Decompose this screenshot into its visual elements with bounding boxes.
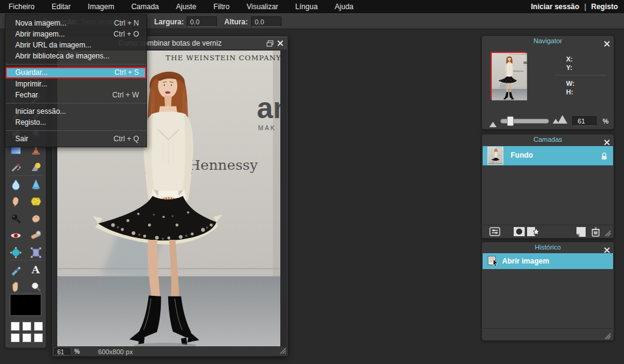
history-panel: Histórico Abrir imagem: [481, 242, 614, 341]
tool-color-picker[interactable]: [5, 261, 26, 278]
layer-styles-icon[interactable]: [527, 227, 539, 239]
tool-blur[interactable]: [5, 176, 26, 193]
lock-icon: [601, 152, 608, 163]
file-menu-item-iniciar-sessao[interactable]: Iniciar sessão...: [5, 106, 146, 117]
file-menu-item-nova-imagem[interactable]: Nova imagem...Ctrl + N: [5, 18, 146, 29]
tool-color-replace[interactable]: [5, 159, 26, 176]
tool-burn[interactable]: [26, 210, 46, 227]
history-footer: [482, 328, 614, 340]
delete-layer-icon[interactable]: [591, 227, 600, 239]
pixlr-editor: THE WEINSTEIN COMPANY am MAK Hennessy: [0, 0, 624, 364]
nav-w-label: W:: [566, 80, 575, 87]
tool-smudge[interactable]: [5, 193, 26, 210]
swatch-cell[interactable]: [23, 322, 31, 331]
menu-filtro[interactable]: Filtro: [205, 0, 238, 13]
swatch-cell[interactable]: [11, 334, 20, 342]
menu-editar[interactable]: Editar: [43, 0, 79, 13]
navigator-zoom-input[interactable]: 61: [572, 116, 597, 126]
menu-lingua[interactable]: Língua: [287, 0, 327, 13]
tool-drawing[interactable]: [26, 159, 46, 176]
navigator-thumbnail[interactable]: [491, 52, 526, 99]
main-color-swatch[interactable]: [10, 295, 41, 315]
nav-h-label: H:: [566, 88, 573, 96]
tool-pinch[interactable]: [26, 244, 46, 261]
history-title: Histórico: [482, 243, 614, 253]
file-menu-item-abrir-url[interactable]: Abrir URL da imagem...: [5, 40, 146, 51]
menu-camada[interactable]: Camada: [122, 0, 167, 13]
layer-name: Fundo: [511, 151, 533, 159]
canvas-size-text: 600x800 px: [98, 348, 133, 355]
layers-panel: Camadas Fundo: [481, 134, 614, 239]
image-window-statusbar: 61 % 600x800 px: [52, 346, 288, 356]
zoom-in-icon[interactable]: [553, 115, 567, 127]
swatch-cell[interactable]: [34, 322, 43, 331]
navigator-zoom-slider[interactable]: [500, 119, 549, 124]
menu-ajuda[interactable]: Ajuda: [326, 0, 362, 13]
tool-sponge[interactable]: [26, 193, 46, 210]
tool-group-separator: [9, 293, 42, 293]
close-navigator-icon[interactable]: [604, 38, 610, 44]
swatch-cell[interactable]: [11, 322, 20, 331]
red-eye-icon: [10, 229, 22, 242]
tool-dodge[interactable]: [5, 210, 26, 227]
layer-settings-icon[interactable]: [489, 227, 500, 239]
close-layers-icon[interactable]: [604, 137, 610, 143]
layer-mask-icon[interactable]: [514, 227, 525, 239]
file-menu-item-abrir-imagem[interactable]: Abrir imagem...Ctrl + O: [5, 29, 146, 40]
zoom-icon: [30, 281, 42, 293]
new-layer-icon[interactable]: [576, 227, 586, 239]
login-link[interactable]: Iniciar sessão: [531, 2, 579, 11]
pinch-icon: [30, 247, 42, 259]
tool-group-separator: [9, 175, 42, 176]
history-item-abrir-imagem[interactable]: Abrir imagem: [483, 253, 613, 269]
tool-group-separator: [9, 260, 42, 261]
zoom-out-icon[interactable]: [489, 119, 497, 130]
swatch-cell[interactable]: [23, 334, 31, 342]
nav-y-label: Y:: [566, 64, 572, 71]
tool-sharpen[interactable]: [26, 176, 46, 193]
canvas-zoom-percent: %: [74, 348, 80, 355]
menu-ajuste[interactable]: Ajuste: [168, 0, 205, 13]
bloat-icon: [10, 247, 22, 259]
history-item-label: Abrir imagem: [502, 257, 549, 265]
file-menu-item-sair[interactable]: SairCtrl + Q: [5, 133, 146, 144]
file-menu-item-registo[interactable]: Registo...: [5, 117, 146, 128]
width-input[interactable]: 0.0: [186, 16, 217, 27]
menu-separator: [5, 64, 146, 65]
login-register-divider: |: [584, 2, 586, 11]
restore-window-icon[interactable]: [266, 40, 274, 47]
file-menu-item-imprimir[interactable]: Imprimir...: [5, 79, 146, 89]
tool-heal[interactable]: [26, 227, 46, 244]
menu-visualizar[interactable]: Visualizar: [238, 0, 287, 13]
tool-type[interactable]: A: [26, 261, 46, 278]
close-window-icon[interactable]: [276, 40, 285, 47]
register-link[interactable]: Registo: [591, 2, 618, 11]
close-history-icon[interactable]: [604, 245, 610, 251]
file-menu-item-guardar[interactable]: Guardar...Ctrl + S: [5, 67, 146, 79]
file-menu-item-fechar[interactable]: FecharCtrl + W: [5, 89, 146, 100]
menu-separator: [5, 130, 146, 131]
swatch-cell[interactable]: [34, 334, 43, 342]
sharpen-cone-icon: [30, 178, 42, 191]
tool-red-eye[interactable]: [5, 227, 26, 244]
menu-ficheiro[interactable]: Ficheiro: [0, 0, 43, 13]
hand-icon: [10, 281, 22, 293]
dodge-icon: [10, 212, 22, 225]
tool-bloat[interactable]: [5, 244, 26, 261]
layers-resize-handle[interactable]: [604, 228, 611, 239]
burn-icon: [30, 212, 42, 225]
canvas-zoom-input[interactable]: 61: [54, 348, 70, 355]
smudge-finger-icon: [10, 195, 22, 208]
file-menu-item-abrir-biblioteca[interactable]: Abrir biblioteca de imagens...: [5, 51, 146, 61]
height-input[interactable]: 0.0: [251, 16, 282, 27]
layer-thumbnail: [488, 147, 503, 165]
window-resize-handle[interactable]: [279, 347, 286, 355]
history-open-image-icon: [488, 256, 499, 269]
file-menu-dropdown: Nova imagem...Ctrl + N Abrir imagem...Ct…: [5, 14, 147, 147]
history-resize-handle[interactable]: [604, 331, 611, 342]
menu-imagem[interactable]: Imagem: [79, 0, 122, 13]
layer-row-fundo[interactable]: Fundo: [483, 146, 613, 166]
zoom-slider-handle[interactable]: [507, 116, 514, 126]
layers-title: Camadas: [482, 136, 614, 145]
type-icon: A: [32, 264, 40, 276]
